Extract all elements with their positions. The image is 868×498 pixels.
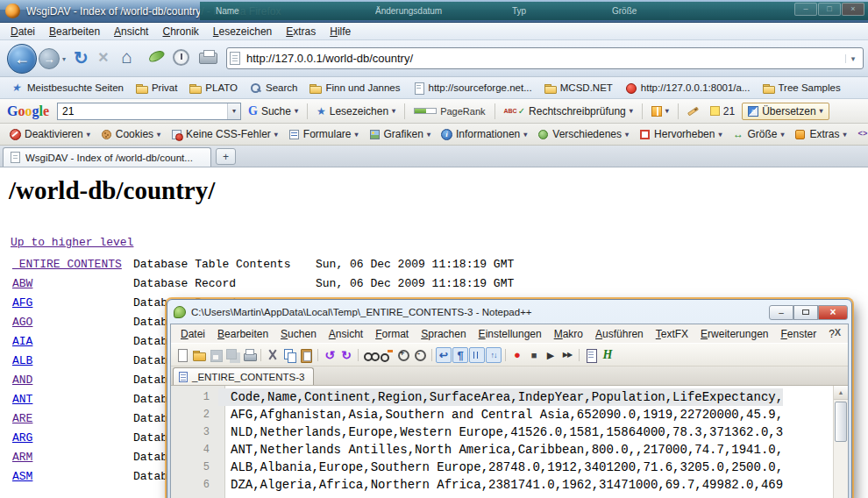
replace-icon[interactable] bbox=[379, 347, 395, 363]
url-dropdown-icon[interactable]: ▾ bbox=[845, 54, 860, 63]
notepadpp-menu-item[interactable]: Bearbeiten bbox=[211, 327, 274, 341]
bookmark-item[interactable]: Meistbesuchte Seiten bbox=[5, 81, 130, 96]
line-text[interactable]: DZA,Algeria,Africa,Northern Africa,23817… bbox=[218, 476, 783, 494]
notepadpp-menu-item[interactable]: Sprachen bbox=[415, 327, 472, 341]
menu-item[interactable]: Lesezeichen bbox=[206, 25, 279, 39]
notepadpp-menu-item[interactable]: Ansicht bbox=[323, 327, 369, 341]
entry-link[interactable]: _ENTIRE CONTENTS bbox=[12, 258, 122, 271]
up-to-higher-level-link[interactable]: Up to higher level bbox=[11, 236, 133, 249]
notepadpp-menu-item[interactable]: Suchen bbox=[274, 327, 323, 341]
history-clock-icon[interactable] bbox=[173, 49, 189, 66]
back-button[interactable]: ← bbox=[7, 44, 37, 74]
document-map-icon[interactable] bbox=[583, 347, 599, 363]
entry-link[interactable]: ANT bbox=[12, 393, 32, 406]
separator[interactable] bbox=[315, 347, 321, 363]
autofill-pencil-button[interactable] bbox=[683, 108, 703, 115]
copy-icon[interactable] bbox=[281, 347, 297, 363]
bookmark-item[interactable]: http://sourceforge.net... bbox=[407, 81, 538, 96]
cut-icon[interactable] bbox=[265, 347, 281, 363]
minimize-button[interactable]: – bbox=[794, 3, 817, 16]
new-file-icon[interactable] bbox=[174, 347, 190, 363]
entry-link[interactable]: ALB bbox=[12, 354, 32, 367]
scrollbar-thumb[interactable] bbox=[835, 402, 847, 442]
home-button[interactable]: ⌂ bbox=[121, 46, 132, 68]
bookmark-item[interactable]: Search bbox=[244, 81, 303, 96]
url-bar[interactable]: http://127.0.0.1/world-db/country/ ▾ bbox=[226, 47, 864, 69]
save-icon[interactable] bbox=[208, 347, 224, 363]
menu-item[interactable]: Extras bbox=[279, 25, 323, 39]
indent-guide-icon[interactable] bbox=[469, 347, 485, 363]
notepadpp-menu-item[interactable]: Makro bbox=[548, 327, 589, 341]
entry-link[interactable]: ARM bbox=[12, 451, 32, 464]
entry-link[interactable]: AFG bbox=[12, 296, 32, 309]
menu-item[interactable]: Hilfe bbox=[323, 25, 358, 39]
zoom-in-icon[interactable] bbox=[395, 347, 411, 363]
bookmark-item[interactable]: Tree Samples bbox=[757, 81, 847, 96]
line-text[interactable]: ALB,Albania,Europe,Southern Europe,28748… bbox=[218, 459, 783, 476]
google-bookmarks-button[interactable]: ★ Lesezeichen ▾ bbox=[312, 103, 400, 119]
maximize-button[interactable] bbox=[793, 305, 818, 320]
webdev-menu-item[interactable]: Grafiken ▾ bbox=[365, 126, 435, 142]
tab-wsgidav[interactable]: WsgiDAV - Index of /world-db/count... bbox=[3, 147, 211, 167]
word-wrap-icon[interactable] bbox=[436, 347, 452, 363]
url-text[interactable]: http://127.0.0.1/world-db/country/ bbox=[246, 52, 845, 65]
notepadpp-menu-item[interactable]: Einstellungen bbox=[473, 327, 548, 341]
line-text[interactable]: NLD,Netherlands,Europe,Western Europe,41… bbox=[218, 423, 783, 441]
google-search-box[interactable]: 21 ▾ bbox=[57, 103, 241, 120]
notepadpp-titlebar[interactable]: C:\Users\Martin\AppData\Local\Temp\_ENTI… bbox=[167, 300, 851, 322]
bookmark-item[interactable]: MCSD.NET bbox=[538, 81, 619, 96]
entry-link[interactable]: ARE bbox=[12, 412, 32, 425]
spellcheck-button[interactable]: ABC ✓ Rechtschreibprüfung ▾ bbox=[500, 103, 637, 119]
reload-button[interactable]: ↻ bbox=[74, 47, 89, 68]
new-tab-button[interactable]: + bbox=[216, 148, 236, 165]
open-folder-icon[interactable] bbox=[191, 347, 207, 363]
notepadpp-menu-item[interactable]: Erweiterungen bbox=[694, 327, 774, 341]
pagerank-widget[interactable]: PageRank bbox=[409, 104, 489, 118]
close-button[interactable]: × bbox=[842, 3, 864, 16]
google-search-dropdown-icon[interactable]: ▾ bbox=[227, 103, 240, 119]
webdev-menu-item[interactable]: Quelltext ▾ bbox=[853, 126, 868, 142]
close-button[interactable]: × bbox=[818, 305, 848, 320]
feather-extension-icon[interactable] bbox=[147, 48, 166, 64]
notepadpp-menu-item[interactable]: Datei bbox=[174, 327, 211, 341]
menu-item[interactable]: Bearbeiten bbox=[42, 25, 107, 39]
webdev-menu-item[interactable]: Hervorheben ▾ bbox=[635, 126, 726, 142]
webdev-menu-item[interactable]: Extras ▾ bbox=[790, 126, 850, 142]
webdev-menu-item[interactable]: Keine CSS-Fehler ▾ bbox=[167, 126, 282, 142]
separator[interactable] bbox=[258, 347, 264, 363]
notepadpp-menu-item[interactable]: Ausführen bbox=[589, 327, 650, 341]
line-text[interactable]: AFG,Afghanistan,Asia,Southern and Centra… bbox=[218, 406, 783, 423]
sync-scrolling-icon[interactable] bbox=[486, 347, 502, 363]
show-all-characters-icon[interactable] bbox=[452, 347, 468, 363]
history-dropdown-icon[interactable]: ▾ bbox=[62, 55, 66, 63]
line-text[interactable]: ANT,Netherlands Antilles,North America,C… bbox=[218, 441, 783, 459]
webdev-menu-item[interactable]: Größe ▾ bbox=[728, 126, 788, 142]
document-tab[interactable]: _ENTIRE_CONTENTS-3 bbox=[173, 367, 314, 385]
separator[interactable] bbox=[429, 347, 435, 363]
html-preview-icon[interactable] bbox=[600, 347, 615, 363]
entry-link[interactable]: AGO bbox=[12, 316, 32, 329]
maximize-button[interactable]: □ bbox=[818, 3, 841, 16]
forward-button[interactable]: → bbox=[39, 48, 60, 69]
run-macro-multiple-icon[interactable] bbox=[559, 347, 575, 363]
entry-link[interactable]: ABW bbox=[12, 277, 32, 290]
redo-icon[interactable] bbox=[338, 347, 354, 363]
translate-button[interactable]: a Übersetzen ▾ bbox=[742, 103, 829, 120]
separator[interactable] bbox=[502, 347, 509, 363]
separator[interactable] bbox=[355, 347, 361, 363]
print-icon[interactable] bbox=[241, 347, 257, 363]
webdev-menu-item[interactable]: Verschiedenes ▾ bbox=[533, 126, 633, 142]
webdev-menu-item[interactable]: Formulare ▾ bbox=[284, 126, 363, 142]
entry-link[interactable]: AIA bbox=[12, 335, 32, 348]
bookmark-item[interactable]: http://127.0.0.1:8001/a... bbox=[619, 81, 757, 96]
stop-macro-icon[interactable] bbox=[526, 347, 542, 363]
entry-link[interactable]: ARG bbox=[12, 431, 32, 445]
find-icon[interactable] bbox=[362, 347, 378, 363]
webdev-menu-item[interactable]: Cookies ▾ bbox=[96, 126, 165, 142]
webdev-menu-item[interactable]: Deaktivieren ▾ bbox=[5, 126, 95, 142]
close-document-button[interactable]: X bbox=[835, 327, 841, 338]
minimize-button[interactable]: – bbox=[769, 305, 793, 320]
editor-scrollbar[interactable]: ▲ bbox=[833, 386, 848, 498]
bookmark-item[interactable]: PLATO bbox=[183, 81, 244, 96]
menu-item[interactable]: Chronik bbox=[155, 25, 205, 39]
